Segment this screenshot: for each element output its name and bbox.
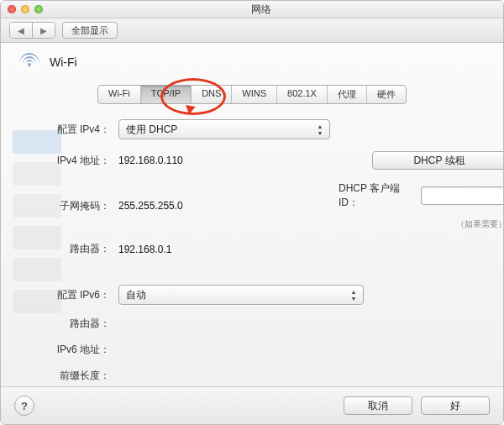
chevron-left-icon: ◀ <box>18 26 24 35</box>
label-dhcp-client-id: DHCP 客户端 ID： <box>339 181 416 210</box>
select-configure-ipv4[interactable]: 使用 DHCP ▲▼ <box>118 119 330 139</box>
toolbar: ◀ ▶ 全部显示 <box>1 18 503 43</box>
show-all-label: 全部显示 <box>71 24 108 37</box>
dhcp-renew-label: DHCP 续租 <box>413 154 465 168</box>
chevron-right-icon: ▶ <box>40 26 47 35</box>
tab-wins[interactable]: WINS <box>231 86 276 103</box>
nav-back-forward[interactable]: ◀ ▶ <box>9 22 55 39</box>
tab-dns[interactable]: DNS <box>191 86 231 103</box>
sheet-body: Wi-Fi Wi-Fi TCP/IP DNS WINS 802.1X 代理 硬件… <box>1 41 503 424</box>
value-router-ipv4: 192.168.0.1 <box>118 244 330 255</box>
select-value: 自动 <box>126 288 146 302</box>
tab-bar: Wi-Fi TCP/IP DNS WINS 802.1X 代理 硬件 <box>97 85 407 104</box>
ok-label: 好 <box>450 399 460 413</box>
dhcp-renew-button[interactable]: DHCP 续租 <box>372 151 504 170</box>
wifi-icon <box>18 53 41 71</box>
window-title: 网络 <box>50 3 496 17</box>
header-row: Wi-Fi <box>18 53 486 71</box>
value-subnet-mask: 255.255.255.0 <box>118 200 330 212</box>
ok-button[interactable]: 好 <box>421 396 490 415</box>
help-button[interactable]: ? <box>14 396 34 416</box>
minimize-icon[interactable] <box>21 5 29 13</box>
tab-proxy[interactable]: 代理 <box>327 86 366 103</box>
select-configure-ipv6[interactable]: 自动 ▲▼ <box>118 285 364 305</box>
cancel-label: 取消 <box>368 399 388 413</box>
back-button[interactable]: ◀ <box>10 23 32 38</box>
tab-bar-wrap: Wi-Fi TCP/IP DNS WINS 802.1X 代理 硬件 <box>18 85 486 104</box>
cancel-button[interactable]: 取消 <box>344 396 412 415</box>
window-controls <box>8 5 43 13</box>
network-preferences-window: 网络 ◀ ▶ 全部显示 Wi-Fi W <box>0 0 504 425</box>
page-title: Wi-Fi <box>50 55 77 69</box>
tab-hardware[interactable]: 硬件 <box>366 86 406 103</box>
help-icon: ? <box>21 400 28 412</box>
sidebar-ghost <box>13 130 61 399</box>
dhcp-client-id-input[interactable] <box>421 186 504 205</box>
updown-icon: ▲▼ <box>314 122 326 137</box>
select-value: 使用 DHCP <box>126 123 177 137</box>
value-ipv4-address: 192.168.0.110 <box>118 155 330 166</box>
footer: ? 取消 好 <box>1 386 503 424</box>
updown-icon: ▲▼ <box>348 287 360 302</box>
dhcp-client-id-hint: （如果需要） <box>456 218 504 230</box>
tab-wifi[interactable]: Wi-Fi <box>98 86 140 103</box>
tab-8021x[interactable]: 802.1X <box>276 86 327 103</box>
zoom-icon[interactable] <box>34 5 43 13</box>
close-icon[interactable] <box>8 5 16 13</box>
settings-form: 配置 IPv4： 使用 DHCP ▲▼ IPv4 地址： 192.168.0.1… <box>18 119 486 383</box>
titlebar: 网络 <box>1 1 503 18</box>
forward-button[interactable]: ▶ <box>32 23 55 38</box>
show-all-button[interactable]: 全部显示 <box>62 22 118 39</box>
tab-tcpip[interactable]: TCP/IP <box>140 86 191 103</box>
